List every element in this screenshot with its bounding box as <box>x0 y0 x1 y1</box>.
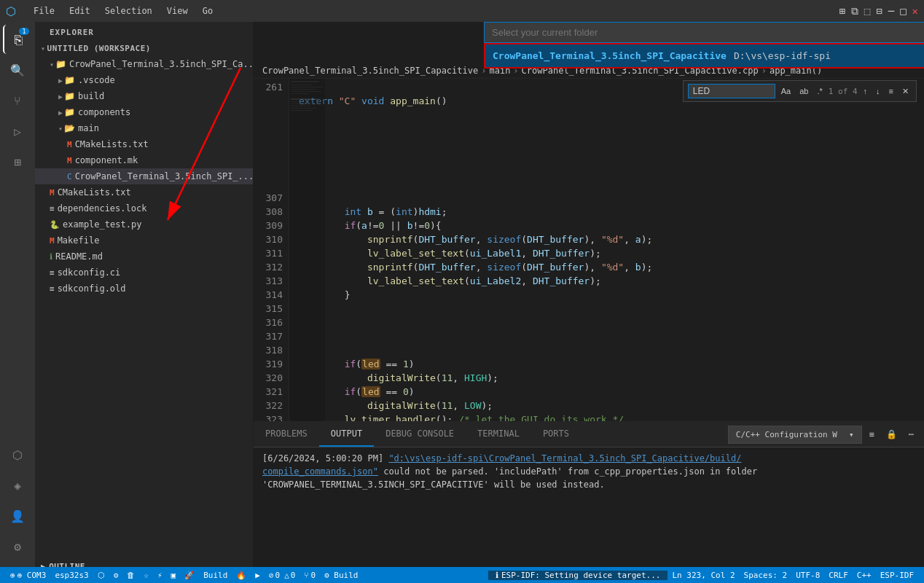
folder-icon: 📁 <box>55 59 66 69</box>
sidebar-item-cmakelists-main[interactable]: M CMakeLists.txt <box>35 136 253 152</box>
folder-picker-result[interactable]: CrowPanel_Terminal_3.5inch_SPI_Capacitiv… <box>484 43 924 69</box>
status-settings[interactable]: ⚙ <box>109 571 123 580</box>
menu-view[interactable]: View <box>161 4 194 17</box>
panel-list-icon[interactable]: ≡ <box>865 427 879 442</box>
sidebar-header: EXPLORER <box>35 22 253 40</box>
tab-terminal[interactable]: TERMINAL <box>466 422 531 447</box>
status-encoding[interactable]: UTF-8 <box>791 571 824 580</box>
layout-icon[interactable]: ⊞ <box>839 5 845 17</box>
cmakelists-root-label: CMakeLists.txt <box>58 187 131 197</box>
sidebar-item-cmakelists-root[interactable]: M CMakeLists.txt <box>35 184 253 200</box>
encoding-label: UTF-8 <box>796 571 820 580</box>
status-build[interactable]: Build <box>199 571 232 580</box>
sidebar-item-main[interactable]: ▾ 📂 main <box>35 120 253 136</box>
find-close[interactable]: ✕ <box>899 85 912 98</box>
sidebar-item-makefile[interactable]: M Makefile <box>35 232 253 249</box>
sidebar-item-sdkconfig-old[interactable]: ≡ sdkconfig.old <box>35 281 253 297</box>
sidebar-item-vscode[interactable]: ▶ 📁 .vscode <box>35 72 253 88</box>
status-chip[interactable]: esp32s3 <box>50 571 93 580</box>
status-git[interactable]: ⑂ 0 <box>299 571 320 580</box>
outline-section[interactable]: ▶ OUTLINE <box>35 559 253 567</box>
output-dropdown[interactable]: C/C++ Configuration W ▾ <box>728 426 862 444</box>
language-label: C++ <box>857 571 872 580</box>
sidebar-item-build[interactable]: ▶ 📁 build <box>35 88 253 104</box>
breadcrumb-part-1[interactable]: CrowPanel_Terminal_3.5inch_SPI_Capacitiv… <box>262 66 478 76</box>
activity-account[interactable]: 👤 <box>3 501 32 531</box>
folder-picker: CrowPanel_Terminal_3.5inch_SPI_Capacitiv… <box>484 22 924 69</box>
vscode-arrow: ▶ <box>58 77 63 85</box>
tab-problems[interactable]: PROBLEMS <box>254 422 319 447</box>
find-lines[interactable]: ≡ <box>886 85 896 97</box>
tab-ports[interactable]: PORTS <box>531 422 581 447</box>
status-remote[interactable]: ⊕ ⊕ COM3 <box>6 571 50 580</box>
sidebar-item-component-mk[interactable]: M component.mk <box>35 152 253 168</box>
activity-run[interactable]: ▷ <box>3 117 32 146</box>
find-next[interactable]: ↓ <box>873 85 883 97</box>
menu-file[interactable]: File <box>28 4 60 17</box>
status-flash[interactable]: ⬡ <box>93 571 109 580</box>
errors-count: 0 <box>275 571 281 580</box>
status-monitor[interactable]: ▣ <box>167 571 181 580</box>
menu-selection[interactable]: Selection <box>99 4 158 17</box>
activity-search[interactable]: 🔍 <box>3 55 32 85</box>
menu-go[interactable]: Go <box>197 4 219 17</box>
crowpanel-cpp-label: CrowPanel_Terminal_3.5inch_SPI_... <box>75 171 253 181</box>
sidebar-item-dependencies[interactable]: ≡ dependencies.lock <box>35 200 253 216</box>
lock-icon: ≡ <box>50 204 55 214</box>
activity-extensions[interactable]: ⊞ <box>3 147 32 176</box>
activity-settings[interactable]: ⚙ <box>3 532 32 561</box>
panel-more-icon[interactable]: ⋯ <box>904 427 918 442</box>
status-notification[interactable]: ℹ ESP-IDF: Setting device target... <box>488 571 668 580</box>
activity-remote[interactable]: ⬡ <box>3 440 32 469</box>
find-match-case[interactable]: Aa <box>778 85 794 97</box>
status-lightning[interactable]: ⚡ <box>153 571 167 580</box>
status-flame[interactable]: 🔥 <box>232 571 251 580</box>
code-editor[interactable]: 261 307 308 309 310 311 312 313 314 315 … <box>254 79 924 421</box>
close-btn[interactable]: ✕ <box>912 5 918 17</box>
layout2-icon[interactable]: ⊟ <box>876 5 882 17</box>
status-position[interactable]: Ln 323, Col 2 <box>667 571 739 580</box>
split-icon[interactable]: ⧉ <box>851 5 858 17</box>
build-label: build <box>78 91 104 101</box>
folder-picker-input[interactable] <box>484 22 924 43</box>
status-esp-idf[interactable]: ESP-IDF <box>876 571 918 580</box>
status-line-endings[interactable]: CRLF <box>824 571 853 580</box>
sidebar-item-example-test[interactable]: 🐍 example_test.py <box>35 216 253 232</box>
tab-output[interactable]: OUTPUT <box>319 422 374 447</box>
find-prev[interactable]: ↑ <box>861 85 871 97</box>
menu-edit[interactable]: Edit <box>63 4 96 17</box>
status-play[interactable]: ▶ <box>251 571 265 580</box>
find-regex[interactable]: .* <box>814 85 825 97</box>
sidebar-project-folder[interactable]: ▾ 📁 CrowPanel_Terminal_3.5inch_SPI_Ca... <box>35 56 253 72</box>
status-spaces[interactable]: Spaces: 2 <box>740 571 792 580</box>
sidebar-workspace[interactable]: ▾ UNTITLED (WORKSPACE) <box>35 40 253 56</box>
dropdown-label: C/C++ Configuration W <box>732 428 842 442</box>
sidebar-item-readme[interactable]: ℹ README.md <box>35 249 253 265</box>
output-line-1: [6/26/2024, 5:00:20 PM] "d:\vs\esp-idf-s… <box>262 452 915 491</box>
status-errors[interactable]: ⊘ 0 △ 0 <box>265 571 300 580</box>
tab-debug-console[interactable]: DEBUG CONSOLE <box>374 422 466 447</box>
status-language[interactable]: C++ <box>853 571 876 580</box>
sidebar-item-components[interactable]: ▶ 📁 components <box>35 104 253 120</box>
status-bookmark[interactable]: ☆ <box>139 571 153 580</box>
editor-area: CrowPanel_Terminal_3.5inch_SPI_Capacitiv… <box>254 22 924 567</box>
status-trash[interactable]: 🗑 <box>122 571 139 580</box>
build-label: Build <box>203 571 227 580</box>
git-icon: ⑂ <box>304 571 309 580</box>
find-input[interactable] <box>688 84 775 98</box>
status-rocket[interactable]: 🚀 <box>180 571 199 580</box>
panel-lock-icon[interactable]: 🔒 <box>882 427 901 442</box>
folder-icon: 📁 <box>64 107 75 117</box>
sidebar-item-crowpanel-cpp[interactable]: C CrowPanel_Terminal_3.5inch_SPI_... <box>35 168 253 184</box>
find-whole-word[interactable]: ab <box>796 85 811 97</box>
activity-esp-idf[interactable]: ◈ <box>3 471 32 500</box>
panel-icon[interactable]: ⬚ <box>864 5 870 17</box>
status-idf-settings[interactable]: ⚙ Build <box>320 571 362 580</box>
minimize-btn[interactable]: ─ <box>888 5 894 17</box>
maximize-btn[interactable]: □ <box>900 5 906 17</box>
activity-bar: ⎘ 1 🔍 ⑂ ▷ ⊞ ⬡ ◈ 👤 ⚙ <box>0 22 35 567</box>
activity-source-control[interactable]: ⑂ <box>3 86 32 115</box>
activity-explorer[interactable]: ⎘ 1 <box>3 25 32 54</box>
sidebar-item-sdkconfig-ci[interactable]: ≡ sdkconfig.ci <box>35 265 253 281</box>
account-icon: 👤 <box>10 509 25 523</box>
